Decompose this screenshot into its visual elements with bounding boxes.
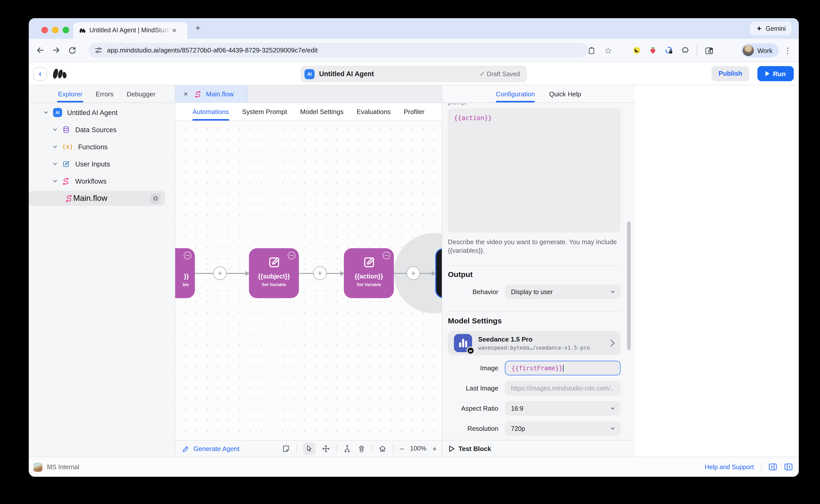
node-title: Generate Image xyxy=(440,274,442,292)
new-tab-button[interactable]: + xyxy=(195,23,200,33)
profile-chip[interactable]: Work xyxy=(741,43,779,58)
select-tool-button[interactable] xyxy=(303,442,316,455)
node-set-variable-cut[interactable]: }} ble xyxy=(175,248,195,298)
node-set-variable-subject[interactable]: {{subject}} Set Variable xyxy=(249,248,299,298)
collapse-minus-icon[interactable] xyxy=(288,252,295,259)
agent-title-pill[interactable]: AI Untitled AI Agent ✓ Draft Saved xyxy=(301,66,527,82)
traffic-light-minimize[interactable] xyxy=(52,27,59,33)
aspect-ratio-label: Aspect Ratio xyxy=(442,401,498,416)
extensions-puzzle-icon[interactable] xyxy=(681,46,690,55)
tab-configuration[interactable]: Configuration xyxy=(496,85,535,102)
zoom-in-button[interactable]: + xyxy=(432,444,437,453)
add-step-button[interactable]: + xyxy=(213,266,227,280)
aspect-ratio-select[interactable]: 16:9 xyxy=(505,401,621,416)
tab-debugger[interactable]: Debugger xyxy=(127,85,155,102)
flow-tab-mainflow[interactable]: × Main.flow xyxy=(175,85,248,103)
tab-close-icon[interactable]: × xyxy=(172,26,176,34)
tab-explorer[interactable]: Explorer xyxy=(58,85,82,102)
image-value: {{firstFrame}} xyxy=(511,365,562,372)
pencil-icon xyxy=(62,160,70,168)
collapse-minus-icon[interactable] xyxy=(383,252,390,259)
node-subtitle: Set Variable xyxy=(262,282,286,287)
panel-scrollbar[interactable] xyxy=(627,221,631,350)
sidebar-tab-bar: Explorer Errors Debugger xyxy=(29,85,175,103)
tab-system-prompt[interactable]: System Prompt xyxy=(242,103,287,121)
site-settings-icon[interactable] xyxy=(94,46,102,54)
tree-item-agent[interactable]: AI Untitled AI Agent xyxy=(29,105,175,120)
add-step-button[interactable]: + xyxy=(313,266,327,280)
run-button[interactable]: Run xyxy=(757,66,794,81)
traffic-light-zoom[interactable] xyxy=(63,27,69,33)
workspace-avatar[interactable] xyxy=(33,462,42,471)
aspect-ratio-row: Aspect Ratio 16:9 xyxy=(442,401,635,416)
trash-icon[interactable] xyxy=(358,444,366,453)
save-clipboard-icon[interactable] xyxy=(587,46,596,55)
extension-yellow-icon[interactable] xyxy=(632,46,641,55)
reload-icon[interactable] xyxy=(68,46,77,55)
flow-editor: × Main.flow Automations System Prompt Mo… xyxy=(175,85,442,457)
prompt-textarea[interactable]: {{action}} xyxy=(448,108,621,233)
browser-menu-icon[interactable]: ⋮ xyxy=(784,39,792,62)
tree-item-functions[interactable]: (x) Functions xyxy=(29,139,175,154)
node-generate-image[interactable]: Generate Image xyxy=(435,248,442,298)
home-view-icon[interactable] xyxy=(378,444,387,453)
tree-item-user-inputs[interactable]: User Inputs xyxy=(29,156,175,172)
node-subtitle: ble xyxy=(182,282,189,287)
resolution-select[interactable]: 720p xyxy=(505,421,621,436)
workflow-icon xyxy=(62,177,70,185)
tab-model-settings[interactable]: Model Settings xyxy=(300,103,344,121)
tree-item-workflows[interactable]: Workflows xyxy=(29,174,175,189)
publish-button[interactable]: Publish xyxy=(712,66,749,81)
gemini-button[interactable]: Gemini xyxy=(750,22,792,35)
add-step-button[interactable]: + xyxy=(406,266,420,280)
tab-quick-help[interactable]: Quick Help xyxy=(549,85,581,102)
tree-label: Functions xyxy=(78,143,107,151)
app-back-button[interactable]: ‹ xyxy=(33,67,47,81)
extension-password-icon[interactable] xyxy=(665,46,674,55)
gemini-label: Gemini xyxy=(766,25,786,32)
tree-item-main-flow[interactable]: Main.flow xyxy=(29,191,175,206)
flow-tab-close-icon[interactable]: × xyxy=(184,90,188,98)
chevron-down-icon xyxy=(43,109,49,116)
chevron-down-icon xyxy=(610,426,616,431)
last-image-input[interactable]: https://images.mindstudio-cdn.com/.. xyxy=(505,381,621,396)
generate-agent-button[interactable]: Generate Agent xyxy=(182,445,239,452)
help-and-support-link[interactable]: Help and Support xyxy=(705,463,754,470)
bookmark-star-icon[interactable]: ☆ xyxy=(604,46,612,55)
workflow-canvas[interactable]: }} ble + {{subject}} Set Variable + {{ac… xyxy=(175,121,442,440)
tab-profiler[interactable]: Profiler xyxy=(404,103,424,121)
browser-tab[interactable]: Untitled AI Agent | MindStudio × xyxy=(73,22,187,39)
zoom-out-button[interactable]: − xyxy=(400,444,404,453)
test-block-button[interactable]: Test Block xyxy=(448,445,491,452)
forward-icon[interactable] xyxy=(51,45,61,55)
branch-tool-icon[interactable] xyxy=(343,444,352,453)
toggle-right-panel-icon[interactable] xyxy=(769,463,777,471)
model-text: Seedance 1.5 Pro wavespeed:byteda…/seeda… xyxy=(478,335,590,351)
tree-item-data-sources[interactable]: Data Sources xyxy=(29,122,175,137)
gemini-star-icon xyxy=(756,25,763,32)
editor-tab-bar: Automations System Prompt Model Settings… xyxy=(175,103,442,121)
collapse-minus-icon[interactable] xyxy=(184,252,191,259)
note-icon[interactable] xyxy=(282,444,291,453)
tab-search-icon[interactable] xyxy=(704,46,714,55)
back-icon[interactable] xyxy=(35,45,45,55)
database-icon xyxy=(62,126,70,134)
node-set-variable-action[interactable]: {{action}} Set Variable xyxy=(344,248,394,298)
url-bar[interactable]: app.mindstudio.ai/agents/857270b0-af06-4… xyxy=(88,43,588,58)
toolbar-divider xyxy=(697,45,697,56)
toggle-left-panel-icon[interactable] xyxy=(784,463,793,471)
tab-automations[interactable]: Automations xyxy=(192,103,229,121)
behavior-select[interactable]: Display to user xyxy=(505,285,621,299)
model-card[interactable]: w Seedance 1.5 Pro wavespeed:byteda…/see… xyxy=(448,331,621,355)
workflow-icon xyxy=(194,90,202,98)
run-play-icon xyxy=(766,71,770,76)
tab-evaluations[interactable]: Evaluations xyxy=(357,103,391,121)
traffic-light-close[interactable] xyxy=(41,27,48,33)
resolution-value: 720p xyxy=(511,425,525,432)
chevron-down-icon xyxy=(610,289,616,295)
browser-toolbar: app.mindstudio.ai/agents/857270b0-af06-4… xyxy=(29,39,799,62)
image-input[interactable]: {{firstFrame}} xyxy=(505,361,621,375)
tab-errors[interactable]: Errors xyxy=(96,85,114,102)
extension-strawberry-icon[interactable] xyxy=(648,46,658,55)
move-tool-icon[interactable] xyxy=(322,444,331,453)
